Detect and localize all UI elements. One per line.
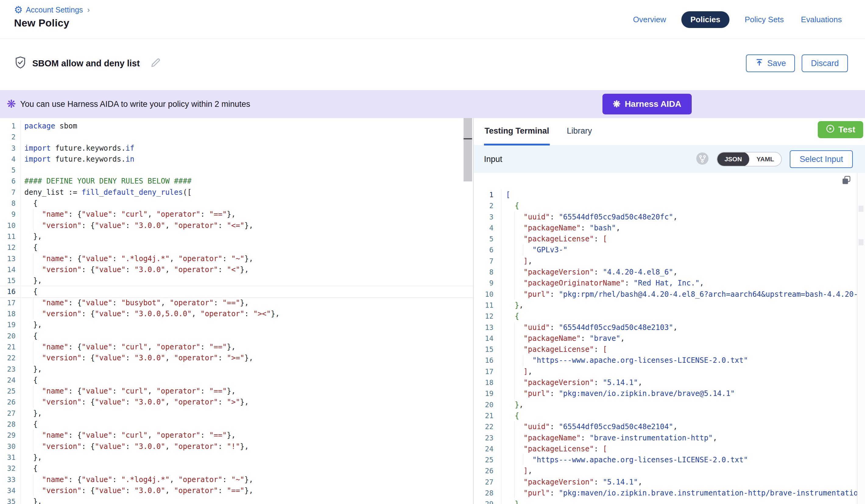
editor-code-line[interactable]: 7deny_list := fill_default_deny_rules([ <box>0 187 473 198</box>
tab-overview[interactable]: Overview <box>631 11 668 28</box>
json-code-line[interactable]: 16 "https---www.apache.org-licenses-LICE… <box>474 355 857 366</box>
editor-code-line[interactable]: 19 }, <box>0 319 473 330</box>
tab-policy-sets[interactable]: Policy Sets <box>743 11 786 28</box>
json-code-line[interactable]: 8 "packageVersion": "4.4.20-4.el8_6", <box>474 267 857 278</box>
json-code-line[interactable]: 28 "purl": "pkg:maven/io.zipkin.brave.in… <box>474 488 857 499</box>
json-code-line[interactable]: 29 }, <box>474 499 857 504</box>
input-json-code[interactable]: 1[2 {3 "uuid": "65544df05cc9ad50c48e20fc… <box>474 189 857 504</box>
editor-code-line[interactable]: 29 "name": {"value": "curl", "operator":… <box>0 430 473 441</box>
top-nav: OverviewPoliciesPolicy SetsEvaluations <box>631 0 844 39</box>
editor-code-line[interactable]: 31 }, <box>0 452 473 463</box>
editor-code-line[interactable]: 23 }, <box>0 364 473 375</box>
editor-code-line[interactable]: 35 }, <box>0 496 473 504</box>
line-number: 5 <box>474 233 501 244</box>
page-title: New Policy <box>14 17 69 29</box>
editor-code-line[interactable]: 24 { <box>0 375 473 386</box>
json-code-line[interactable]: 27 "packageVersion": "5.14.1", <box>474 477 857 488</box>
line-number: 26 <box>474 465 501 476</box>
editor-code-line[interactable]: 32 { <box>0 463 473 474</box>
json-code-line[interactable]: 13 "uuid": "65544df05cc9ad50c48e2103", <box>474 322 857 333</box>
editor-code-line[interactable]: 18 "version": {"value": "3.0.0,5.0.0", "… <box>0 308 473 319</box>
format-option-yaml[interactable]: YAML <box>749 152 782 166</box>
editor-code-line[interactable]: 9 "name": {"value": "curl", "operator": … <box>0 209 473 220</box>
editor-code-line[interactable]: 3import future.keywords.if <box>0 143 473 154</box>
json-code-line[interactable]: 1[ <box>474 189 857 200</box>
json-code-line[interactable]: 4 "packageName": "bash", <box>474 222 857 233</box>
editor-code-line[interactable]: 34 "version": {"value": "3.0.0", "operat… <box>0 485 473 496</box>
json-code-line[interactable]: 24 "packageLicense": [ <box>474 443 857 454</box>
json-code-line[interactable]: 15 "packageLicense": [ <box>474 344 857 355</box>
editor-code-line[interactable]: 14 "version": {"value": "3.0.0", "operat… <box>0 264 473 275</box>
editor-code-line[interactable]: 17 "name": {"value": "busybot", "operato… <box>0 297 473 308</box>
json-code-line[interactable]: 9 "packageOriginatorName": "Red Hat, Inc… <box>474 278 857 289</box>
line-number: 25 <box>0 386 21 397</box>
editor-code-line[interactable]: 6#### DEFINE YOUR DENY RULES BELOW #### <box>0 176 473 187</box>
editor-code-line[interactable]: 21 "name": {"value": "curl", "operator":… <box>0 341 473 352</box>
line-number: 21 <box>0 341 21 352</box>
aida-sparkle-icon: ❋ <box>613 98 620 109</box>
json-code-line[interactable]: 2 { <box>474 200 857 211</box>
save-button[interactable]: Save <box>746 55 795 72</box>
json-code-line[interactable]: 23 "packageName": "brave-instrumentation… <box>474 433 857 443</box>
line-number: 34 <box>0 485 21 496</box>
editor-code-line[interactable]: 13 "name": {"value": ".*log4j.*", "opera… <box>0 253 473 264</box>
editor-code-line[interactable]: 8 { <box>0 198 473 209</box>
line-number: 24 <box>474 443 501 454</box>
json-code-line[interactable]: 3 "uuid": "65544df05cc9ad50c48e20fc", <box>474 212 857 222</box>
json-code-line[interactable]: 25 "https---www.apache.org-licenses-LICE… <box>474 454 857 465</box>
editor-code-line[interactable]: 27 }, <box>0 408 473 419</box>
tab-library[interactable]: Library <box>566 118 593 145</box>
editor-code-line[interactable]: 10 "version": {"value": "3.0.0", "operat… <box>0 220 473 231</box>
editor-code-line[interactable]: 30 "version": {"value": "3.0.0", "operat… <box>0 441 473 452</box>
json-code-line[interactable]: 19 "purl": "pkg:maven/io.zipkin.brave/br… <box>474 388 857 399</box>
line-number: 3 <box>0 143 21 154</box>
json-code-line[interactable]: 12 { <box>474 311 857 322</box>
line-number: 11 <box>0 231 21 242</box>
editor-code-line[interactable]: 11 }, <box>0 231 473 242</box>
tab-testing-terminal[interactable]: Testing Terminal <box>484 118 550 145</box>
editor-code-line[interactable]: 16 { <box>0 286 473 297</box>
select-input-button[interactable]: Select Input <box>790 150 853 168</box>
editor-code-line[interactable]: 15 }, <box>0 275 473 286</box>
editor-code-line[interactable]: 4import future.keywords.in <box>0 154 473 165</box>
json-code-line[interactable]: 7 ], <box>474 256 857 267</box>
breadcrumb-account-settings-link[interactable]: Account Settings <box>26 5 83 14</box>
play-circle-icon <box>826 124 835 136</box>
json-code-line[interactable]: 17 ], <box>474 366 857 377</box>
policy-code-editor[interactable]: 1package sbom23import future.keywords.if… <box>0 118 473 504</box>
editor-code-line[interactable]: 5 <box>0 165 473 176</box>
json-code-line[interactable]: 5 "packageLicense": [ <box>474 233 857 244</box>
editor-code-line[interactable]: 26 "version": {"value": "3.0.0", "operat… <box>0 397 473 408</box>
discard-button[interactable]: Discard <box>801 55 848 72</box>
line-number: 7 <box>474 256 501 267</box>
line-number: 13 <box>474 322 501 333</box>
editor-scrollbar[interactable] <box>464 118 472 181</box>
copy-icon[interactable] <box>841 175 852 187</box>
harness-aida-button[interactable]: ❋ Harness AIDA <box>602 94 692 115</box>
page-header: ⚙ Account Settings › New Policy Overview… <box>0 0 865 39</box>
json-code-line[interactable]: 26 ], <box>474 465 857 476</box>
test-button[interactable]: Test <box>818 121 864 138</box>
editor-code-line[interactable]: 2 <box>0 131 473 142</box>
json-scrollbar-track[interactable] <box>857 173 865 504</box>
editor-code-line[interactable]: 20 { <box>0 330 473 341</box>
editor-code-line[interactable]: 1package sbom <box>0 120 473 131</box>
pencil-icon[interactable] <box>150 57 162 70</box>
editor-code-line[interactable]: 25 "name": {"value": "curl", "operator":… <box>0 386 473 397</box>
editor-code-line[interactable]: 12 { <box>0 242 473 253</box>
tab-policies[interactable]: Policies <box>681 11 729 28</box>
json-code-line[interactable]: 11 }, <box>474 300 857 311</box>
editor-code-line[interactable]: 28 { <box>0 419 473 430</box>
json-code-line[interactable]: 22 "uuid": "65544df05cc9ad50c48e2104", <box>474 421 857 432</box>
json-code-line[interactable]: 10 "purl": "pkg:rpm/rhel/bash@4.4.20-4.e… <box>474 289 857 300</box>
git-branch-icon[interactable] <box>696 152 709 166</box>
json-code-line[interactable]: 20 }, <box>474 399 857 410</box>
json-code-line[interactable]: 14 "packageName": "brave", <box>474 333 857 344</box>
format-option-json[interactable]: JSON <box>717 152 749 166</box>
json-code-line[interactable]: 21 { <box>474 410 857 421</box>
editor-code-line[interactable]: 33 "name": {"value": ".*log4j.*", "opera… <box>0 474 473 485</box>
editor-code-line[interactable]: 22 "version": {"value": "3.0.0", "operat… <box>0 352 473 363</box>
json-code-line[interactable]: 18 "packageVersion": "5.14.1", <box>474 377 857 388</box>
json-code-line[interactable]: 6 "GPLv3-" <box>474 244 857 255</box>
tab-evaluations[interactable]: Evaluations <box>799 11 844 28</box>
